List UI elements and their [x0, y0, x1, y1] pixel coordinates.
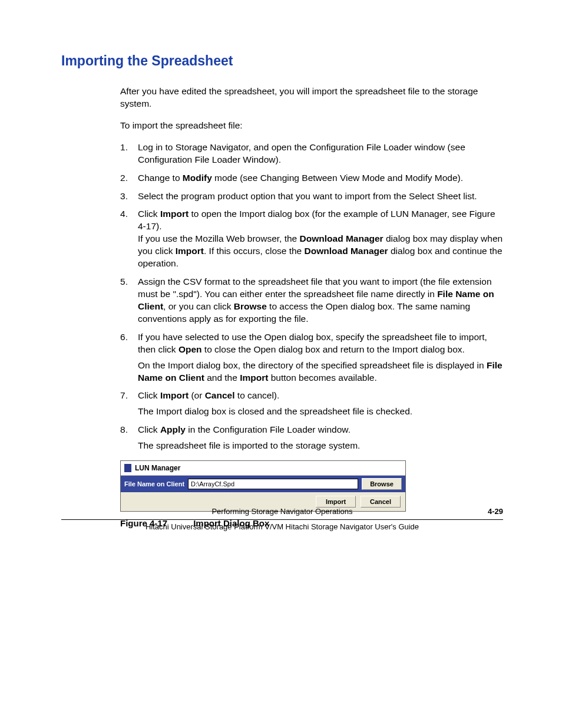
step-text: to cancel).	[235, 390, 280, 400]
intro-paragraph: After you have edited the spreadsheet, y…	[120, 85, 503, 110]
step-subparagraph: The spreadsheet file is imported to the …	[138, 440, 503, 452]
step-1: Log in to Storage Navigator, and open th…	[120, 141, 503, 166]
step-5: Assign the CSV format to the spreadsheet…	[120, 276, 503, 325]
step-text: , or you can click	[163, 301, 234, 311]
footer-section: Performing Storage Navigator Operations	[211, 507, 352, 516]
step-text: Change to	[138, 173, 183, 183]
step-text: to open the Import dialog box (for the e…	[138, 209, 495, 231]
step-text: to close the Open dialog box and return …	[202, 344, 465, 354]
step-4: Click Import to open the Import dialog b…	[120, 208, 503, 270]
bold-import: Import	[176, 246, 204, 256]
step-2: Change to Modify mode (see Changing Betw…	[120, 172, 503, 185]
browse-button[interactable]: Browse	[362, 478, 402, 490]
step-subparagraph: The Import dialog box is closed and the …	[138, 406, 503, 418]
import-dialog: LUN Manager File Name on Client Browse I…	[120, 460, 406, 512]
page-footer: Performing Storage Navigator Operations …	[61, 507, 503, 531]
bold-browse: Browse	[234, 301, 267, 311]
step-text: Log in to Storage Navigator, and open th…	[138, 142, 465, 164]
step-text: Click	[138, 390, 160, 400]
step-7: Click Import (or Cancel to cancel). The …	[120, 390, 503, 418]
step-text: and the	[204, 373, 240, 383]
step-text: button becomes available.	[268, 373, 376, 383]
step-subparagraph: On the Import dialog box, the directory …	[138, 360, 503, 384]
bold-import: Import	[160, 209, 189, 219]
title-icon	[124, 464, 131, 472]
step-text: Select the program product option that y…	[138, 191, 477, 201]
dialog-title: LUN Manager	[135, 463, 180, 473]
lead-paragraph: To import the spreadsheet file:	[120, 120, 503, 132]
step-text: Click	[138, 209, 160, 219]
file-name-label: File Name on Client	[124, 480, 184, 489]
step-text: Click	[138, 424, 160, 434]
step-text: On the Import dialog box, the directory …	[138, 360, 487, 370]
bold-cancel: Cancel	[205, 390, 235, 400]
page-heading: Importing the Spreadsheet	[61, 53, 503, 69]
cancel-button[interactable]: Cancel	[361, 496, 401, 508]
bold-open: Open	[178, 344, 202, 354]
step-6: If you have selected to use the Open dia…	[120, 331, 503, 384]
bold-modify: Modify	[183, 173, 212, 183]
step-text: If you use the Mozilla Web browser, the	[138, 233, 300, 243]
footer-guide-title: Hitachi Universal Storage Platform V/VM …	[61, 520, 503, 531]
step-text: mode (see Changing Between View Mode and…	[212, 173, 463, 183]
bold-import: Import	[240, 373, 268, 383]
dialog-titlebar: LUN Manager	[121, 461, 405, 476]
step-text: . If this occurs, close the	[204, 246, 305, 256]
step-8: Click Apply in the Configuration File Lo…	[120, 424, 503, 452]
bold-download-manager: Download Manager	[305, 246, 388, 256]
step-text: (or	[189, 390, 205, 400]
file-name-input[interactable]	[188, 479, 358, 489]
step-text: in the Configuration File Loader window.	[186, 424, 351, 434]
footer-page-number: 4-29	[488, 507, 503, 516]
dialog-file-row: File Name on Client Browse	[121, 476, 405, 492]
bold-import: Import	[160, 390, 189, 400]
procedure-list: Log in to Storage Navigator, and open th…	[120, 141, 503, 452]
import-button[interactable]: Import	[316, 496, 356, 508]
bold-download-manager: Download Manager	[300, 233, 384, 243]
bold-apply: Apply	[160, 424, 186, 434]
step-3: Select the program product option that y…	[120, 190, 503, 203]
